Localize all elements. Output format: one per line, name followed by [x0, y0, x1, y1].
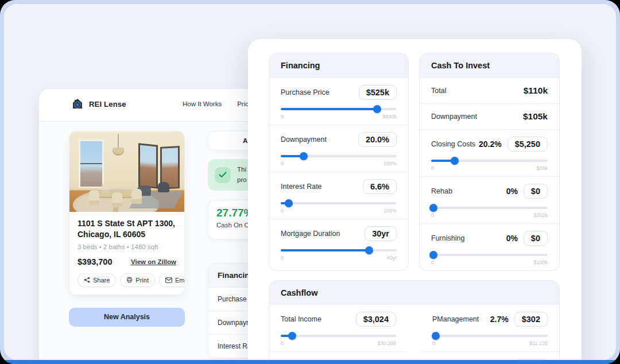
- downpayment-row: Downpayment 20.0% 0100%: [269, 125, 408, 172]
- property-meta: 3 beds • 2 baths • 1480 sqft: [78, 243, 176, 250]
- pmanagement-input[interactable]: $302: [514, 312, 548, 327]
- cashflow-left-column: Total Income $3,024 0$30,200 To: [269, 305, 408, 360]
- property-price: $393,700: [78, 257, 112, 266]
- slider-thumb[interactable]: [429, 204, 437, 212]
- mortgage-duration-input[interactable]: 30yr: [365, 226, 397, 241]
- slider-thumb[interactable]: [288, 332, 296, 340]
- share-button[interactable]: Share: [78, 273, 116, 287]
- property-actions: Share Print Email: [78, 273, 176, 287]
- slider-thumb[interactable]: [300, 152, 308, 160]
- slider-thumb[interactable]: [373, 105, 381, 113]
- purchase-price-input[interactable]: $525k: [359, 85, 397, 100]
- closing-costs-slider[interactable]: [431, 157, 548, 165]
- rehab-slider[interactable]: [431, 204, 548, 212]
- main-nav: How It Works Pricing: [183, 100, 257, 107]
- slider-thumb[interactable]: [432, 332, 440, 340]
- page-background: REI Lense How It Works Pricing: [4, 4, 616, 360]
- rei-lense-logo-icon: [71, 98, 84, 110]
- property-column: 1101 S State St APT 1300, Chicago, IL 60…: [69, 131, 185, 327]
- interest-rate-row: Interest Rate 6.6% 0100%: [269, 172, 408, 219]
- email-button[interactable]: Email: [159, 273, 185, 287]
- rehab-row: Rehab 0% $0 0$262k: [420, 176, 559, 223]
- analysis-modal: Financing Purchase Price $525k 0$630k: [248, 39, 582, 360]
- brand[interactable]: REI Lense: [71, 98, 126, 110]
- total-row: Total $110k: [420, 78, 559, 103]
- total-income-slider[interactable]: [281, 332, 396, 340]
- banner-text: Thi pro: [237, 165, 247, 185]
- total-value: $110k: [524, 86, 548, 96]
- financing-title: Financing: [269, 53, 408, 78]
- furnishing-pct: 0%: [506, 234, 518, 243]
- downpayment-amount-row: Downpayment $105k: [420, 103, 559, 129]
- slider-thumb[interactable]: [451, 157, 459, 165]
- share-icon: [84, 277, 90, 283]
- rehab-pct: 0%: [506, 187, 518, 196]
- furnishing-row: Furnishing 0% $0 0$100k: [420, 223, 559, 270]
- closing-costs-row: Closing Costs 20.2% $5,250 0$26k: [420, 129, 559, 176]
- total-income-row: Total Income $3,024 0$30,200: [269, 305, 408, 351]
- property-address: 1101 S State St APT 1300, Chicago, IL 60…: [78, 218, 176, 240]
- mortgage-duration-row: Mortgage Duration 30yr 040yr: [269, 219, 408, 266]
- new-analysis-button[interactable]: New Analysis: [69, 308, 185, 327]
- financing-panel: Financing Purchase Price $525k 0$630k: [269, 53, 409, 271]
- downpayment-input[interactable]: 20.0%: [358, 132, 397, 147]
- total-income-input[interactable]: $3,024: [356, 312, 396, 327]
- downpayment-slider[interactable]: [281, 152, 397, 160]
- cash-to-invest-title: Cash To Invest: [420, 53, 559, 78]
- rehab-input[interactable]: $0: [524, 184, 548, 199]
- nav-how-it-works[interactable]: How It Works: [183, 100, 222, 107]
- property-info: 1101 S State St APT 1300, Chicago, IL 60…: [69, 212, 184, 295]
- app-window: REI Lense How It Works Pricing: [0, 0, 620, 364]
- mortgage-duration-slider[interactable]: [281, 246, 397, 254]
- interest-rate-slider[interactable]: [281, 199, 397, 207]
- cashflow-panel: Cashflow Total Income $3,024: [269, 280, 560, 360]
- pmanagement-row: PManagement 2.7% $302: [421, 305, 559, 351]
- closing-costs-input[interactable]: $5,250: [507, 137, 548, 152]
- property-card: 1101 S State St APT 1300, Chicago, IL 60…: [69, 131, 185, 295]
- total-expenses-row: Total Expenses $5,661: [269, 351, 408, 360]
- tab-label-partial: A: [243, 137, 247, 144]
- downpayment-amount-value: $105k: [523, 111, 548, 122]
- slider-thumb[interactable]: [365, 246, 373, 254]
- view-on-zillow-link[interactable]: View on Zillow: [131, 258, 176, 265]
- print-button[interactable]: Print: [120, 273, 155, 287]
- closing-costs-pct: 20.2%: [479, 140, 502, 149]
- print-icon: [126, 277, 133, 283]
- purchase-price-slider[interactable]: [281, 105, 397, 113]
- cashflow-right-column: PManagement 2.7% $302: [421, 305, 559, 360]
- furnishing-slider[interactable]: [431, 251, 548, 259]
- furnishing-input[interactable]: $0: [524, 231, 548, 246]
- property-photo: [69, 131, 184, 212]
- purchase-price-row: Purchase Price $525k 0$630k: [269, 78, 408, 125]
- interest-rate-input[interactable]: 6.6%: [363, 179, 397, 194]
- cashflow-title: Cashflow: [269, 281, 559, 305]
- slider-thumb[interactable]: [429, 251, 437, 259]
- pmanagement-pct: 2.7%: [490, 315, 509, 324]
- cash-to-invest-panel: Cash To Invest Total $110k Downpayment $…: [419, 53, 560, 271]
- pmanagement-slider[interactable]: [432, 332, 548, 340]
- email-icon: [165, 277, 172, 283]
- brand-name: REI Lense: [89, 100, 126, 109]
- slider-thumb[interactable]: [285, 199, 293, 207]
- capex-row: CapEx 3.3% $151: [421, 351, 559, 360]
- bottom-accent-bar: [0, 360, 620, 364]
- check-icon: [215, 167, 231, 183]
